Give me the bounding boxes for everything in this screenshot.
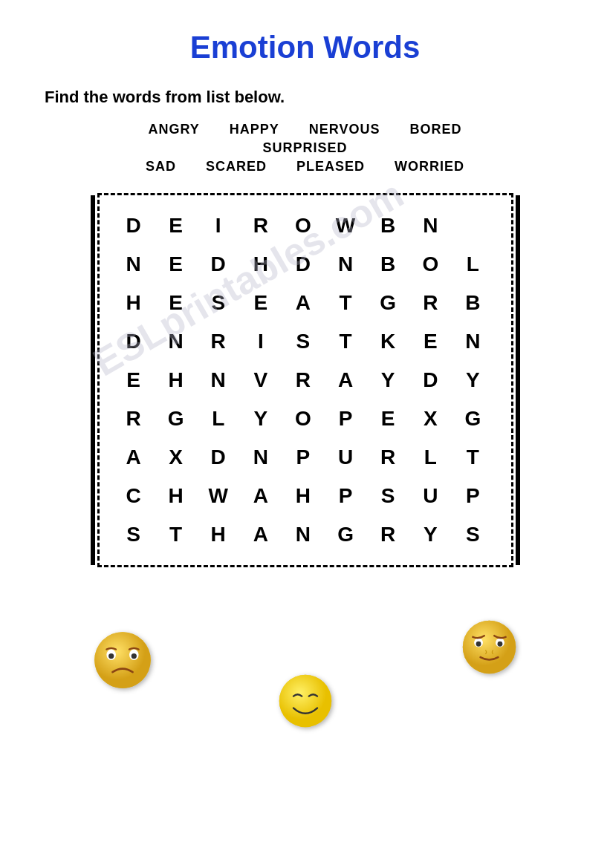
puzzle-cell: W bbox=[326, 206, 365, 245]
puzzle-cell: E bbox=[157, 284, 195, 322]
word-list: ANGRY HAPPY NERVOUS BORED SURPRISED SAD … bbox=[45, 122, 565, 174]
puzzle-cell: T bbox=[157, 515, 195, 554]
puzzle-cell: Y bbox=[369, 361, 407, 399]
puzzle-cell: H bbox=[114, 284, 153, 322]
puzzle-cell: N bbox=[411, 206, 450, 245]
puzzle-cell: G bbox=[453, 399, 492, 438]
puzzle-container: DEIROWBNNEDHDNBOLHESEATGRBDNRISTKENEHNVR… bbox=[97, 193, 513, 567]
puzzle-cell: D bbox=[199, 438, 238, 477]
puzzle-cell: R bbox=[369, 515, 407, 554]
svg-point-14 bbox=[279, 675, 331, 727]
word-list-row-2: SURPRISED bbox=[45, 140, 565, 156]
puzzle-cell: N bbox=[114, 245, 153, 284]
puzzle-cell: A bbox=[241, 515, 280, 554]
puzzle-cell: E bbox=[369, 399, 407, 438]
puzzle-cell: E bbox=[241, 284, 280, 322]
puzzle-cell: B bbox=[369, 206, 407, 245]
puzzle-cell: O bbox=[411, 245, 450, 284]
word-angry: ANGRY bbox=[148, 122, 199, 137]
puzzle-cell: R bbox=[369, 438, 407, 477]
puzzle-cell: H bbox=[241, 245, 280, 284]
page: Emotion Words Find the words from list b… bbox=[0, 0, 610, 868]
puzzle-cell: T bbox=[326, 284, 365, 322]
puzzle-cell: A bbox=[241, 477, 280, 515]
svg-point-4 bbox=[108, 653, 114, 659]
puzzle-cell: Y bbox=[453, 361, 492, 399]
puzzle-cell: L bbox=[453, 245, 492, 284]
puzzle-cell: T bbox=[453, 438, 492, 477]
puzzle-cell: U bbox=[411, 477, 450, 515]
puzzle-cell: E bbox=[114, 361, 153, 399]
puzzle-cell: X bbox=[411, 399, 450, 438]
puzzle-cell: G bbox=[326, 515, 365, 554]
emoji-area bbox=[45, 590, 565, 738]
puzzle-cell: N bbox=[199, 361, 238, 399]
puzzle-cell: Y bbox=[411, 515, 450, 554]
puzzle-cell: P bbox=[326, 477, 365, 515]
angry-face bbox=[458, 616, 521, 679]
puzzle-cell: P bbox=[326, 399, 365, 438]
puzzle-cell: R bbox=[199, 322, 238, 361]
puzzle-cell: B bbox=[369, 245, 407, 284]
puzzle-cell: A bbox=[284, 284, 322, 322]
puzzle-cell: P bbox=[284, 438, 322, 477]
word-bored: BORED bbox=[410, 122, 462, 137]
puzzle-cell: S bbox=[284, 322, 322, 361]
puzzle-cell: R bbox=[241, 206, 280, 245]
puzzle-cell: B bbox=[453, 284, 492, 322]
svg-point-8 bbox=[463, 621, 516, 673]
puzzle-cell: G bbox=[157, 399, 195, 438]
svg-point-10 bbox=[476, 642, 481, 647]
word-worried: WORRIED bbox=[395, 159, 464, 174]
puzzle-cell: E bbox=[157, 206, 195, 245]
word-happy: HAPPY bbox=[230, 122, 279, 137]
puzzle-cell: E bbox=[157, 245, 195, 284]
puzzle-cell: I bbox=[199, 206, 238, 245]
puzzle-cell: R bbox=[411, 284, 450, 322]
puzzle-cell: S bbox=[453, 515, 492, 554]
puzzle-cell: R bbox=[114, 399, 153, 438]
puzzle-cell: T bbox=[326, 322, 365, 361]
puzzle-cell: W bbox=[199, 477, 238, 515]
puzzle-cell: S bbox=[369, 477, 407, 515]
puzzle-cell: K bbox=[369, 322, 407, 361]
svg-point-2 bbox=[94, 632, 151, 688]
word-sad: SAD bbox=[146, 159, 176, 174]
puzzle-cell: S bbox=[114, 515, 153, 554]
puzzle-cell: O bbox=[284, 206, 322, 245]
puzzle-cell: N bbox=[284, 515, 322, 554]
puzzle-cell: D bbox=[114, 206, 153, 245]
puzzle-cell: G bbox=[369, 284, 407, 322]
puzzle-cell: R bbox=[284, 361, 322, 399]
puzzle-border: DEIROWBNNEDHDNBOLHESEATGRBDNRISTKENEHNVR… bbox=[97, 193, 513, 567]
word-surprised: SURPRISED bbox=[262, 140, 347, 156]
puzzle-cell: H bbox=[199, 515, 238, 554]
happy-face bbox=[276, 671, 335, 731]
puzzle-cell: D bbox=[199, 245, 238, 284]
puzzle-cell: X bbox=[157, 438, 195, 477]
svg-point-6 bbox=[132, 653, 137, 659]
puzzle-cell: D bbox=[114, 322, 153, 361]
puzzle-cell: A bbox=[326, 361, 365, 399]
puzzle-cell: L bbox=[411, 438, 450, 477]
puzzle-cell: H bbox=[284, 477, 322, 515]
puzzle-cell: D bbox=[284, 245, 322, 284]
word-nervous: NERVOUS bbox=[309, 122, 380, 137]
instruction-text: Find the words from list below. bbox=[45, 88, 565, 107]
puzzle-cell bbox=[453, 206, 492, 245]
puzzle-cell: L bbox=[199, 399, 238, 438]
puzzle-cell: H bbox=[157, 361, 195, 399]
puzzle-cell: N bbox=[157, 322, 195, 361]
puzzle-cell: U bbox=[326, 438, 365, 477]
sad-face bbox=[89, 627, 156, 694]
puzzle-cell: H bbox=[157, 477, 195, 515]
puzzle-cell: N bbox=[326, 245, 365, 284]
puzzle-cell: P bbox=[453, 477, 492, 515]
page-title: Emotion Words bbox=[45, 30, 565, 65]
puzzle-grid: DEIROWBNNEDHDNBOLHESEATGRBDNRISTKENEHNVR… bbox=[114, 206, 496, 554]
puzzle-cell: I bbox=[241, 322, 280, 361]
word-pleased: PLEASED bbox=[296, 159, 365, 174]
word-scared: SCARED bbox=[206, 159, 267, 174]
puzzle-cell: E bbox=[411, 322, 450, 361]
puzzle-cell: A bbox=[114, 438, 153, 477]
